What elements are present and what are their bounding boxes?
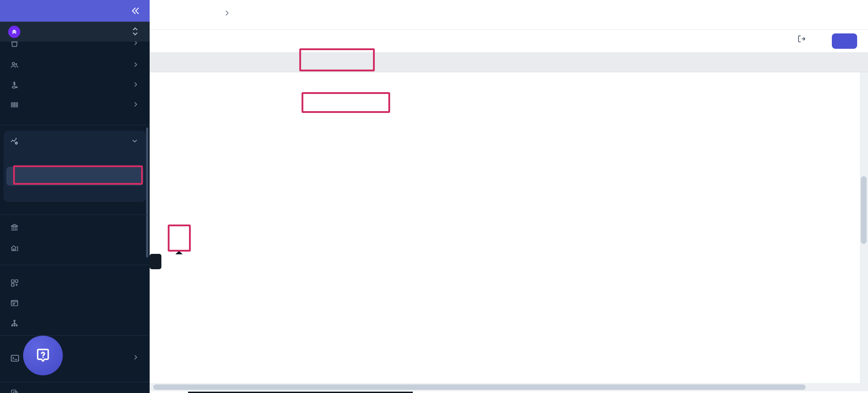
sidebar-section-for-accountants xyxy=(4,131,146,202)
horizontal-scrollbar[interactable] xyxy=(150,383,868,391)
table-header xyxy=(150,52,868,72)
breadcrumb-chevron-icon xyxy=(223,9,231,19)
workspace-selector[interactable] xyxy=(0,22,150,42)
vertical-scrollbar[interactable] xyxy=(860,72,868,383)
house-icon xyxy=(10,243,19,253)
chevron-right-icon[interactable] xyxy=(132,354,139,362)
workspace-avatar xyxy=(8,26,20,38)
sidebar-item-for-accountants[interactable] xyxy=(4,131,146,151)
sidebar-item-fixed-assets[interactable] xyxy=(0,238,150,258)
vertical-scrollbar-thumb[interactable] xyxy=(861,176,867,244)
breadcrumb xyxy=(150,0,868,30)
integrations-icon xyxy=(10,388,19,393)
sidebar-divider xyxy=(0,125,150,125)
chevron-right-icon xyxy=(132,81,139,89)
barcode-icon xyxy=(10,100,19,109)
help-button[interactable] xyxy=(23,336,63,375)
chevron-right-icon xyxy=(132,101,139,109)
chevron-down-icon xyxy=(132,138,138,146)
payroll-icon xyxy=(10,80,19,89)
bank-icon xyxy=(10,223,19,232)
sidebar-header xyxy=(0,0,150,22)
accounts-table xyxy=(150,52,868,393)
tooltip-view-account-details xyxy=(150,254,161,269)
accountants-chart-gear-icon xyxy=(10,137,19,146)
sidebar-divider xyxy=(0,265,150,265)
sidebar-collapse-button[interactable] xyxy=(130,5,141,18)
horizontal-scrollbar-thumb[interactable] xyxy=(153,384,806,390)
terminal-icon[interactable] xyxy=(10,353,20,363)
export-button[interactable] xyxy=(797,34,810,43)
sidebar-item-integrations[interactable] xyxy=(0,383,150,393)
grid-plus-icon xyxy=(10,278,19,287)
sidebar-divider xyxy=(0,335,150,336)
sidebar-divider xyxy=(0,382,150,382)
branch-icon xyxy=(10,319,19,328)
sidebar-item-chart-of-accounts[interactable] xyxy=(6,167,143,186)
help-bubble-icon xyxy=(34,346,52,365)
workspace-switch-icon xyxy=(132,26,139,39)
chart-of-accounts-page xyxy=(0,0,868,393)
export-icon xyxy=(797,34,806,43)
sidebar-item-customers-suppliers[interactable] xyxy=(0,55,150,75)
add-button[interactable] xyxy=(832,33,857,49)
sidebar-item-cost-centers[interactable] xyxy=(0,273,150,293)
main-content xyxy=(150,0,868,393)
people-icon xyxy=(10,61,19,70)
sidebar-item-projects[interactable] xyxy=(0,293,150,313)
folder-doc-icon xyxy=(10,299,19,308)
sidebar-item-payroll-employees[interactable] xyxy=(0,75,150,95)
sidebar-item-bank-accounts[interactable] xyxy=(0,217,150,237)
sidebar-item-products-services[interactable] xyxy=(0,95,150,115)
sidebar-divider xyxy=(0,215,150,215)
sidebar xyxy=(0,0,150,393)
toolbar xyxy=(150,30,868,52)
sidebar-item-branches[interactable] xyxy=(0,313,150,333)
sidebar-item-manual-journals[interactable] xyxy=(6,152,143,168)
chevron-right-icon xyxy=(132,61,139,70)
sidebar-item-tax-rates[interactable] xyxy=(6,187,143,203)
